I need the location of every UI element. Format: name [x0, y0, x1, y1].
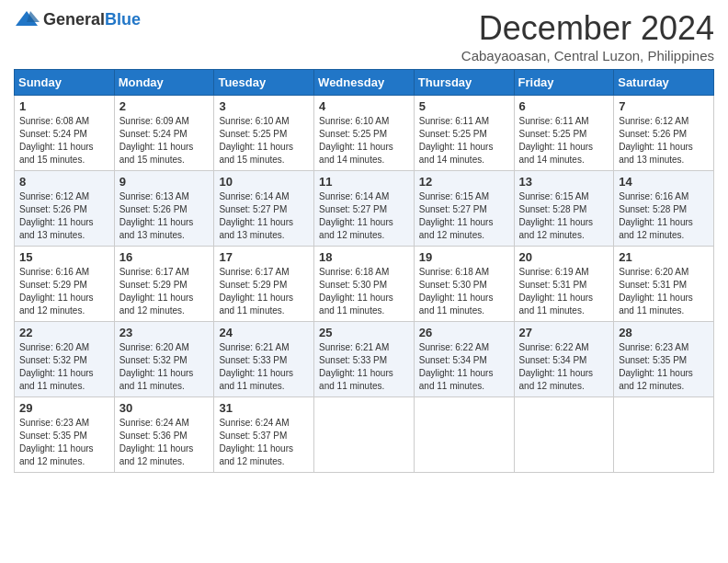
calendar-cell: 21Sunrise: 6:20 AMSunset: 5:31 PMDayligh…: [614, 247, 714, 322]
day-info: Sunrise: 6:11 AMSunset: 5:25 PMDaylight:…: [519, 115, 609, 167]
day-number: 10: [219, 175, 309, 189]
calendar-cell: 8Sunrise: 6:12 AMSunset: 5:26 PMDaylight…: [15, 171, 115, 247]
location-title: Cabayaoasan, Central Luzon, Philippines: [461, 48, 714, 63]
calendar-cell: 16Sunrise: 6:17 AMSunset: 5:29 PMDayligh…: [114, 247, 214, 322]
calendar-cell: 9Sunrise: 6:13 AMSunset: 5:26 PMDaylight…: [114, 171, 214, 247]
weekday-header-wednesday: Wednesday: [314, 70, 415, 96]
calendar-cell: 11Sunrise: 6:14 AMSunset: 5:27 PMDayligh…: [314, 171, 415, 247]
day-number: 18: [319, 250, 409, 264]
calendar-cell: 3Sunrise: 6:10 AMSunset: 5:25 PMDaylight…: [214, 96, 314, 171]
day-number: 5: [419, 99, 509, 113]
day-info: Sunrise: 6:15 AMSunset: 5:27 PMDaylight:…: [419, 190, 509, 242]
day-number: 3: [219, 99, 309, 113]
weekday-header-row: SundayMondayTuesdayWednesdayThursdayFrid…: [15, 70, 714, 96]
calendar-cell: 12Sunrise: 6:15 AMSunset: 5:27 PMDayligh…: [414, 171, 514, 247]
day-number: 24: [219, 326, 309, 339]
day-number: 11: [319, 175, 409, 189]
title-block: December 2024 Cabayaoasan, Central Luzon…: [461, 9, 714, 63]
day-info: Sunrise: 6:14 AMSunset: 5:27 PMDaylight:…: [319, 190, 409, 242]
logo-general: General: [43, 10, 105, 29]
day-number: 27: [519, 326, 609, 339]
day-number: 28: [619, 326, 709, 339]
day-info: Sunrise: 6:20 AMSunset: 5:32 PMDaylight:…: [119, 341, 210, 393]
day-number: 31: [219, 401, 309, 415]
day-info: Sunrise: 6:17 AMSunset: 5:29 PMDaylight:…: [219, 266, 309, 317]
day-number: 16: [119, 250, 210, 264]
day-info: Sunrise: 6:18 AMSunset: 5:30 PMDaylight:…: [419, 266, 509, 317]
weekday-header-saturday: Saturday: [614, 70, 714, 96]
calendar-cell: 31Sunrise: 6:24 AMSunset: 5:37 PMDayligh…: [214, 397, 314, 473]
day-info: Sunrise: 6:12 AMSunset: 5:26 PMDaylight:…: [619, 115, 709, 167]
calendar-cell: 13Sunrise: 6:15 AMSunset: 5:28 PMDayligh…: [514, 171, 614, 247]
day-info: Sunrise: 6:22 AMSunset: 5:34 PMDaylight:…: [419, 341, 509, 393]
calendar-week-3: 15Sunrise: 6:16 AMSunset: 5:29 PMDayligh…: [15, 247, 714, 322]
calendar-cell: [614, 397, 714, 473]
logo: GeneralBlue: [14, 9, 141, 29]
calendar-cell: [414, 397, 514, 473]
calendar-cell: 15Sunrise: 6:16 AMSunset: 5:29 PMDayligh…: [15, 247, 115, 322]
calendar-cell: 28Sunrise: 6:23 AMSunset: 5:35 PMDayligh…: [614, 322, 714, 397]
day-number: 6: [519, 99, 609, 113]
calendar-table: SundayMondayTuesdayWednesdayThursdayFrid…: [14, 69, 714, 473]
calendar-cell: 4Sunrise: 6:10 AMSunset: 5:25 PMDaylight…: [314, 96, 415, 171]
day-number: 7: [619, 99, 709, 113]
day-number: 8: [19, 175, 109, 189]
day-info: Sunrise: 6:18 AMSunset: 5:30 PMDaylight:…: [319, 266, 409, 317]
day-info: Sunrise: 6:24 AMSunset: 5:36 PMDaylight:…: [119, 417, 210, 468]
day-number: 4: [319, 99, 409, 113]
day-number: 17: [219, 250, 309, 264]
day-info: Sunrise: 6:24 AMSunset: 5:37 PMDaylight:…: [219, 417, 309, 468]
calendar-cell: 20Sunrise: 6:19 AMSunset: 5:31 PMDayligh…: [514, 247, 614, 322]
weekday-header-friday: Friday: [514, 70, 614, 96]
day-info: Sunrise: 6:19 AMSunset: 5:31 PMDaylight:…: [519, 266, 609, 317]
day-info: Sunrise: 6:13 AMSunset: 5:26 PMDaylight:…: [119, 190, 210, 242]
day-number: 25: [319, 326, 409, 339]
day-number: 14: [619, 175, 709, 189]
calendar-cell: 19Sunrise: 6:18 AMSunset: 5:30 PMDayligh…: [414, 247, 514, 322]
month-title: December 2024: [461, 9, 714, 48]
calendar-week-5: 29Sunrise: 6:23 AMSunset: 5:35 PMDayligh…: [15, 397, 714, 473]
day-info: Sunrise: 6:16 AMSunset: 5:28 PMDaylight:…: [619, 190, 709, 242]
day-number: 12: [419, 175, 509, 189]
logo-blue: Blue: [105, 10, 141, 29]
day-number: 23: [119, 326, 210, 339]
day-number: 19: [419, 250, 509, 264]
day-info: Sunrise: 6:21 AMSunset: 5:33 PMDaylight:…: [219, 341, 309, 393]
day-info: Sunrise: 6:22 AMSunset: 5:34 PMDaylight:…: [519, 341, 609, 393]
calendar-cell: 25Sunrise: 6:21 AMSunset: 5:33 PMDayligh…: [314, 322, 415, 397]
day-number: 1: [19, 99, 109, 113]
day-info: Sunrise: 6:10 AMSunset: 5:25 PMDaylight:…: [219, 115, 309, 167]
day-number: 26: [419, 326, 509, 339]
day-number: 13: [519, 175, 609, 189]
day-number: 9: [119, 175, 210, 189]
day-info: Sunrise: 6:15 AMSunset: 5:28 PMDaylight:…: [519, 190, 609, 242]
day-info: Sunrise: 6:17 AMSunset: 5:29 PMDaylight:…: [119, 266, 210, 317]
weekday-header-monday: Monday: [114, 70, 214, 96]
calendar-cell: 2Sunrise: 6:09 AMSunset: 5:24 PMDaylight…: [114, 96, 214, 171]
day-info: Sunrise: 6:08 AMSunset: 5:24 PMDaylight:…: [19, 115, 109, 167]
calendar-cell: [514, 397, 614, 473]
calendar-week-4: 22Sunrise: 6:20 AMSunset: 5:32 PMDayligh…: [15, 322, 714, 397]
logo-icon: [14, 9, 40, 29]
day-number: 30: [119, 401, 210, 415]
calendar-cell: 18Sunrise: 6:18 AMSunset: 5:30 PMDayligh…: [314, 247, 415, 322]
calendar-cell: 14Sunrise: 6:16 AMSunset: 5:28 PMDayligh…: [614, 171, 714, 247]
day-info: Sunrise: 6:20 AMSunset: 5:31 PMDaylight:…: [619, 266, 709, 317]
weekday-header-tuesday: Tuesday: [214, 70, 314, 96]
day-info: Sunrise: 6:14 AMSunset: 5:27 PMDaylight:…: [219, 190, 309, 242]
calendar-cell: 10Sunrise: 6:14 AMSunset: 5:27 PMDayligh…: [214, 171, 314, 247]
day-info: Sunrise: 6:11 AMSunset: 5:25 PMDaylight:…: [419, 115, 509, 167]
day-info: Sunrise: 6:10 AMSunset: 5:25 PMDaylight:…: [319, 115, 409, 167]
day-info: Sunrise: 6:23 AMSunset: 5:35 PMDaylight:…: [19, 417, 109, 468]
day-number: 21: [619, 250, 709, 264]
calendar-cell: 30Sunrise: 6:24 AMSunset: 5:36 PMDayligh…: [114, 397, 214, 473]
calendar-cell: 17Sunrise: 6:17 AMSunset: 5:29 PMDayligh…: [214, 247, 314, 322]
calendar-cell: 29Sunrise: 6:23 AMSunset: 5:35 PMDayligh…: [15, 397, 115, 473]
day-info: Sunrise: 6:21 AMSunset: 5:33 PMDaylight:…: [319, 341, 409, 393]
day-number: 15: [19, 250, 109, 264]
calendar-cell: [314, 397, 415, 473]
calendar-cell: 24Sunrise: 6:21 AMSunset: 5:33 PMDayligh…: [214, 322, 314, 397]
weekday-header-thursday: Thursday: [414, 70, 514, 96]
calendar-cell: 1Sunrise: 6:08 AMSunset: 5:24 PMDaylight…: [15, 96, 115, 171]
day-info: Sunrise: 6:16 AMSunset: 5:29 PMDaylight:…: [19, 266, 109, 317]
